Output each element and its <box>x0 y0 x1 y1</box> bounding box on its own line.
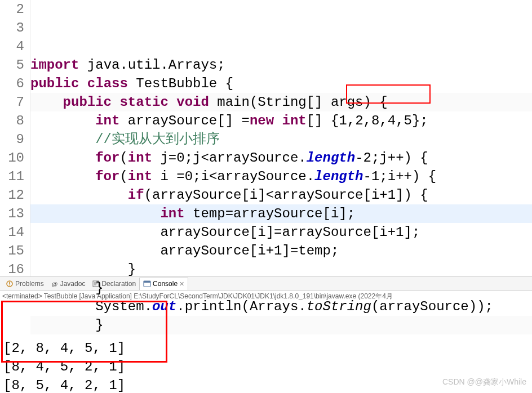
code-area[interactable]: import java.util.Arrays;public class Tes… <box>30 0 532 276</box>
line-number: 2 <box>0 0 24 19</box>
code-line[interactable]: arraySource[i]=arraySource[i+1]; <box>30 223 532 242</box>
line-number: 15 <box>0 242 24 260</box>
code-line[interactable]: //实现从大到小排序 <box>30 130 532 149</box>
line-number: 4 <box>0 37 24 56</box>
svg-rect-1 <box>9 282 10 284</box>
code-line[interactable]: for(int i =0;i<arraySource.length-1;i++)… <box>30 167 532 186</box>
line-number: 6 <box>0 74 24 93</box>
code-line[interactable]: int arraySource[] =new int[] {1,2,8,4,5}… <box>30 111 532 130</box>
line-number: 13 <box>0 204 24 223</box>
line-number: 14 <box>0 223 24 242</box>
svg-rect-2 <box>9 284 10 285</box>
line-number: 5 <box>0 56 24 74</box>
console-line: [8, 4, 5, 2, 1] <box>3 358 529 376</box>
line-number: 11 <box>0 167 24 186</box>
code-line[interactable]: public static void main(String[] args) { <box>30 93 532 111</box>
line-number: 3 <box>0 19 24 37</box>
code-line[interactable]: import java.util.Arrays; <box>30 56 532 74</box>
line-number-gutter: 2345678910111213141516 <box>0 0 30 276</box>
line-number: 16 <box>0 260 24 279</box>
problems-icon <box>6 280 14 288</box>
code-editor[interactable]: 2345678910111213141516 import java.util.… <box>0 0 532 277</box>
line-number: 9 <box>0 130 24 149</box>
code-line[interactable]: if(arraySource[i]<arraySource[i+1]) { <box>30 186 532 204</box>
line-number: 10 <box>0 149 24 167</box>
watermark: CSDN @@龚家小While <box>442 377 526 387</box>
console-line: [2, 8, 4, 5, 1] <box>3 339 529 358</box>
line-number: 8 <box>0 111 24 130</box>
code-line[interactable]: arraySource[i+1]=temp; <box>30 242 532 260</box>
line-number: 7 <box>0 93 24 111</box>
code-line[interactable]: public class TestBubble { <box>30 74 532 93</box>
code-line[interactable]: } <box>30 260 532 279</box>
code-line[interactable]: for(int j=0;j<arraySource.length-2;j++) … <box>30 149 532 167</box>
code-line[interactable]: int temp=arraySource[i]; <box>30 204 532 223</box>
code-line[interactable]: } <box>30 279 532 297</box>
line-number: 12 <box>0 186 24 204</box>
